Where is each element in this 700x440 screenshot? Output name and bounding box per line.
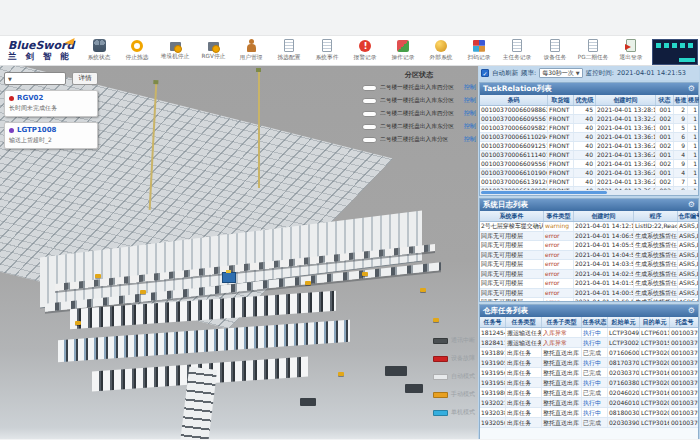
partition-row: 二号楼一楼托盘出入库西分区控制 [362,83,476,92]
table-cell: 1932050 [480,418,506,427]
table-row[interactable]: 回库无可用楼层error2021-04-01 14:00:52生成系统拣货任务请… [480,289,698,299]
scan-records-button[interactable]: 扫码记录 [460,40,498,62]
minimap-thumbnail[interactable] [652,39,698,65]
partition-control-link[interactable]: 控制 [464,109,476,118]
table-cell: 出库任务 [506,378,542,387]
table-cell: 0204602081 [608,388,640,397]
table-row[interactable]: 1828411搬运输送任务入库异常执行中LCTP3002LCTP30150010… [480,338,698,348]
table-cell: 生成系统拣货任务请求 [634,232,678,241]
warehouse-task-panel: 仓库任务列表 ⚙ 任务号任务类型任务子类型任务状态起始单元目的单元托盘号 181… [479,304,699,439]
table-row[interactable]: 1931891出库任务整托直送出库已完成0716060082LCTP302000… [480,348,698,358]
stacker-stop-button[interactable]: 堆垛机停止 [156,40,194,61]
panel-title: 仓库任务列表 [483,306,528,316]
table-cell: LCTP3020 [640,398,670,407]
device-tasks-button[interactable]: 设备任务 [536,39,574,62]
stop-picking-button[interactable]: 停止拣选 [118,40,156,62]
panel-title: TaskRelation列表 [483,84,552,94]
table-row[interactable]: 1932050出库任务整托直送出库已完成0203039011LCTP301600… [480,418,698,428]
table-cell: 001 [656,124,674,132]
legend-item: 通讯中断 [433,336,477,345]
legend-item: 单机模式 [433,408,477,417]
table-cell: LCTP3049 [608,328,640,337]
table-row[interactable]: 1812454搬运输送任务入库异常执行中LCTP3049LCTP60110010… [480,328,698,338]
device-alert-card[interactable]: RGV02长时间未完成任务 [4,90,98,117]
partition-control-link[interactable]: 控制 [464,83,476,92]
table-row[interactable]: 回库无可用楼层error2021-04-01 13:59:51生成系统拣货任务请… [480,298,698,301]
refresh-rate-select[interactable]: 每30秒一次 ▼ [539,68,583,78]
table-cell: 1 [688,124,698,132]
legend-label: 设备故障 [451,354,475,363]
table-row[interactable]: 00100370006613912005FRONT402021-04-01 13… [480,178,698,187]
alarm-records-button[interactable]: 报警记录 [346,40,384,62]
detail-button[interactable]: 详情 [72,72,98,85]
partition-control-link[interactable]: 控制 [464,122,476,131]
table-row[interactable]: 1932021出库任务整托直送出库执行中0204601062LCTP302000… [480,398,698,408]
partition-toggle[interactable] [362,124,377,130]
external-system-button[interactable]: 外部系统 [422,40,460,62]
table-row[interactable]: 00100370006610190639FRONT402021-04-01 13… [480,169,698,178]
table-cell: 执行中 [582,378,608,387]
partition-toggle[interactable] [362,137,377,143]
table-cell: 1 [688,106,698,114]
table-cell: 执行中 [582,398,608,407]
partition-toggle[interactable] [362,98,377,104]
table-row[interactable]: 00100370006611029457FRONT402021-04-01 13… [480,133,698,142]
rgv-stop-button[interactable]: RGV停止 [194,40,232,61]
panel-settings-icon[interactable]: ⚙ [688,84,695,94]
auto-refresh-checkbox[interactable]: ✓ [481,69,489,77]
table-row[interactable]: 00100370006609886219FRONT452021-04-01 13… [480,106,698,115]
table-cell: 45 [574,106,596,114]
toolbar-item-label: 系统事件 [316,53,339,62]
device-filter-select[interactable]: ▼ [4,72,66,85]
table-row[interactable]: 回库无可用楼层error2021-04-01 14:05:56生成系统拣货任务请… [480,241,698,251]
table-row[interactable]: 1931956出库任务整托直送出库已完成0203037022LCTP301600… [480,368,698,378]
table-row[interactable]: 1931958出库任务整托直送出库执行中0716038042LCTP302000… [480,378,698,388]
table-row[interactable]: 00100370006609582162FRONT402021-04-01 13… [480,124,698,133]
legend-label: 自动模式 [451,372,475,381]
device-alert-card[interactable]: LGTP1008输送上货超时_2 [4,122,98,149]
table-row[interactable]: 1931905出库任务整托直送出库执行中0817037061LCTP302000… [480,358,698,368]
table-cell: 出库任务 [506,398,542,407]
table-cell: 1931956 [480,368,506,377]
table-row[interactable]: 回库无可用楼层error2021-04-01 14:03:56生成系统拣货任务请… [480,260,698,270]
horizontal-scrollbar[interactable] [480,190,698,195]
pg-phase2-tasks-button[interactable]: PG二期任务 [574,39,612,62]
table-row[interactable]: 00100370006609556770FRONT402021-04-01 13… [480,115,698,124]
table-row[interactable]: 00100370006609125123FRONT402021-04-01 13… [480,142,698,151]
main-task-records-icon [512,39,522,52]
table-cell: 1 [688,142,698,150]
partition-control-link[interactable]: 控制 [464,135,476,144]
toolbar-item-label: 系统状态 [88,53,111,62]
table-row[interactable]: 回库无可用楼层error2021-04-01 14:04:56生成系统拣货任务请… [480,251,698,261]
table-row[interactable]: 回库无可用楼层error2021-04-01 14:06:57生成系统拣货任务请… [480,232,698,242]
scrollbar-thumb[interactable] [481,191,607,194]
operation-records-button[interactable]: 操作记录 [384,40,422,62]
panel-settings-icon[interactable]: ⚙ [688,200,695,210]
system-status-button[interactable]: 系统状态 [80,39,118,62]
warehouse-3d-view[interactable]: ▼ 详情 RGV02长时间未完成任务LGTP1008输送上货超时_2 分区状态 … [0,66,478,439]
table-cell: 00100370006606 [670,348,698,357]
partition-control-link[interactable]: 控制 [464,96,476,105]
partition-toggle[interactable] [362,111,377,117]
system-events-button[interactable]: 系统事件 [308,39,346,62]
table-row[interactable]: 1931980出库任务整托直送出库已完成0204602081LCTP301600… [480,388,698,398]
table-row[interactable]: 2号七层穿梭车提交确认单平过车辆warning2021-04-01 14:12:… [480,222,698,232]
table-cell: LCTP3020 [640,358,670,367]
table-row[interactable]: 回库无可用楼层error2021-04-01 14:02:55生成系统拣货任务请… [480,270,698,280]
panel-settings-icon[interactable]: ⚙ [688,306,695,316]
alert-message: 长时间未完成任务 [9,104,93,113]
table-row[interactable]: 1932038出库任务整托直送出库执行中0818003032LCTP302000… [480,408,698,418]
main-task-records-button[interactable]: 主任务记录 [498,39,536,62]
table-cell: 1 [688,133,698,141]
table-row[interactable]: 00100370006609556770FRONT402021-04-01 13… [480,160,698,169]
table-cell: 回库无可用楼层 [480,251,544,260]
user-management-button[interactable]: 用户管理 [232,39,270,62]
partition-toggle[interactable] [362,85,377,91]
table-cell: ASRS,LG2 [678,298,698,301]
picking-config-button[interactable]: 拣选配置 [270,39,308,62]
partition-label: 二号楼二楼托盘出入库西分区 [380,109,454,117]
table-row[interactable]: 回库无可用楼层error2021-04-01 14:01:54生成系统拣货任务请… [480,279,698,289]
table-row[interactable]: 00100370006611140190FRONT402021-04-01 13… [480,151,698,160]
warehouse-task-table: 任务号任务类型任务子类型任务状态起始单元目的单元托盘号 1812454搬运输送任… [480,317,698,439]
logout-button[interactable]: 退出登录 [612,39,650,62]
